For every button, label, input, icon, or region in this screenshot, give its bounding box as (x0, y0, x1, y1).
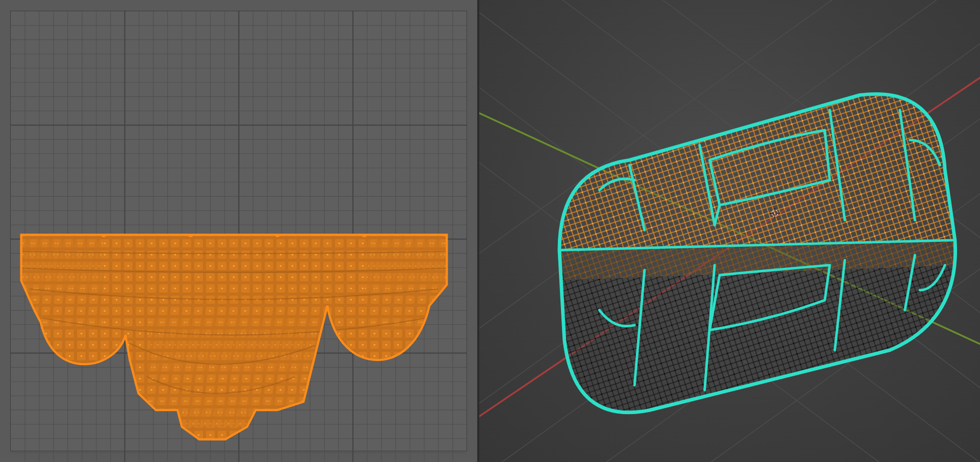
uv-grid-lines (11, 11, 467, 462)
workspace (0, 0, 980, 462)
3d-viewport-scene[interactable] (479, 0, 980, 462)
uv-editor-panel[interactable] (0, 0, 479, 462)
3d-viewport-panel[interactable] (479, 0, 980, 462)
uv-texture-bounds (11, 11, 467, 451)
car-mesh[interactable] (559, 94, 960, 412)
uv-editor-viewport[interactable] (0, 0, 477, 462)
